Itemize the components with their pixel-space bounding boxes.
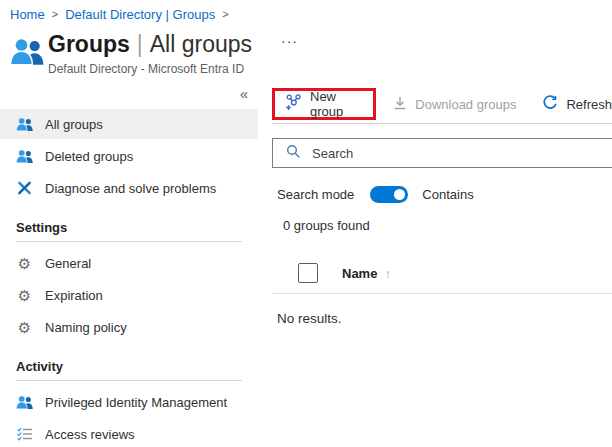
- sort-ascending-icon[interactable]: ↑: [384, 266, 391, 281]
- gear-icon: ⚙: [16, 256, 33, 271]
- sidebar-item-access-reviews[interactable]: Access reviews: [0, 419, 258, 447]
- sidebar-item-label: General: [45, 256, 91, 271]
- sidebar-item-label: Access reviews: [45, 427, 135, 442]
- search-box[interactable]: [272, 138, 612, 168]
- sidebar-section-settings: Settings ⚙ General ⚙ Expiration ⚙ Naming…: [0, 217, 258, 342]
- name-column-header[interactable]: Name: [342, 266, 377, 281]
- sidebar-item-label: Expiration: [45, 288, 103, 303]
- breadcrumb-separator-icon: >: [215, 8, 235, 20]
- download-icon: [393, 96, 407, 113]
- download-groups-button[interactable]: Download groups: [393, 96, 516, 113]
- new-group-icon: [285, 94, 302, 115]
- section-divider: [16, 380, 242, 381]
- more-options-icon[interactable]: ···: [281, 33, 298, 49]
- new-group-label: New group: [310, 89, 363, 119]
- sidebar-item-pim[interactable]: Privileged Identity Management: [0, 387, 258, 417]
- section-divider: [16, 241, 242, 242]
- refresh-label: Refresh: [566, 97, 612, 112]
- breadcrumb: Home > Default Directory | Groups >: [10, 7, 236, 22]
- groups-page-icon: [10, 37, 44, 71]
- groups-count: 0 groups found: [283, 218, 612, 233]
- refresh-button[interactable]: Refresh: [542, 95, 612, 114]
- sidebar: « All groups Deleted groups Diagnose and: [0, 85, 258, 447]
- section-title: Settings: [0, 217, 258, 237]
- select-all-checkbox[interactable]: [298, 263, 318, 283]
- search-input[interactable]: [312, 146, 612, 161]
- sidebar-section-activity: Activity Privileged Identity Management: [0, 356, 258, 447]
- section-title: Activity: [0, 356, 258, 376]
- checklist-icon: [16, 427, 33, 441]
- people-icon: [16, 395, 33, 410]
- breadcrumb-directory-groups-link[interactable]: Default Directory | Groups: [65, 7, 215, 22]
- sidebar-item-all-groups[interactable]: All groups: [0, 109, 258, 139]
- search-icon: [286, 144, 301, 163]
- table-header: Name ↑: [272, 263, 612, 294]
- people-icon: [16, 117, 33, 132]
- search-mode-value: Contains: [422, 187, 473, 202]
- gear-icon: ⚙: [16, 288, 33, 303]
- gear-icon: ⚙: [16, 320, 33, 335]
- toolbar: New group Download groups Refresh: [272, 85, 612, 123]
- search-mode-row: Search mode Contains: [277, 186, 612, 203]
- sidebar-item-label: All groups: [45, 117, 103, 132]
- sidebar-item-naming-policy[interactable]: ⚙ Naming policy: [0, 312, 258, 342]
- search-mode-toggle[interactable]: [370, 186, 408, 203]
- sidebar-item-label: Deleted groups: [45, 149, 133, 164]
- page-title-separator: |: [130, 31, 150, 57]
- tools-icon: [16, 181, 33, 195]
- sidebar-collapse-icon[interactable]: «: [240, 85, 248, 102]
- page-title-section: All groups: [150, 31, 252, 57]
- sidebar-item-label: Diagnose and solve problems: [45, 181, 216, 196]
- sidebar-item-deleted-groups[interactable]: Deleted groups: [0, 141, 258, 171]
- main-content: New group Download groups Refresh: [272, 85, 612, 326]
- download-groups-label: Download groups: [415, 97, 516, 112]
- sidebar-item-expiration[interactable]: ⚙ Expiration: [0, 280, 258, 310]
- breadcrumb-separator-icon: >: [45, 8, 65, 20]
- page-title-main: Groups: [48, 31, 130, 57]
- sidebar-item-label: Privileged Identity Management: [45, 395, 227, 410]
- people-icon: [16, 149, 33, 164]
- sidebar-item-general[interactable]: ⚙ General: [0, 248, 258, 278]
- sidebar-item-label: Naming policy: [45, 320, 127, 335]
- page-subtitle: Default Directory - Microsoft Entra ID: [48, 62, 244, 76]
- new-group-button[interactable]: New group: [272, 88, 376, 120]
- breadcrumb-home-link[interactable]: Home: [10, 7, 45, 22]
- refresh-icon: [542, 95, 558, 114]
- page-title: Groups|All groups: [48, 31, 252, 58]
- sidebar-item-diagnose[interactable]: Diagnose and solve problems: [0, 173, 258, 203]
- toggle-knob: [394, 189, 405, 200]
- toolbar-divider: [272, 123, 612, 124]
- no-results-text: No results.: [277, 311, 612, 326]
- search-mode-label: Search mode: [277, 187, 354, 202]
